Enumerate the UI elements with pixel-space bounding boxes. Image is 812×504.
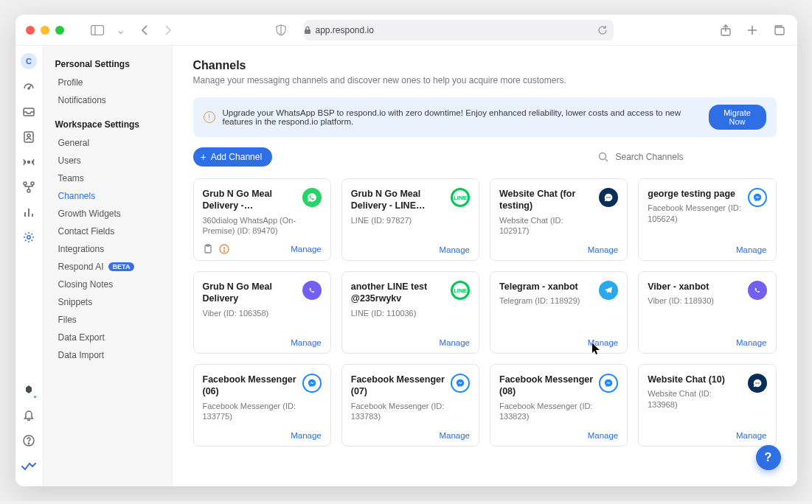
sidebar-item-respond-ai[interactable]: Respond AIBETA [46,258,172,276]
manage-link[interactable]: Manage [588,338,619,347]
sidebar-item-files[interactable]: Files [46,311,172,329]
channel-card[interactable]: Facebook Messenger (07)Facebook Messenge… [341,364,479,447]
sidebar-item-label: Integrations [58,244,105,254]
address-bar[interactable]: app.respond.io [304,20,614,41]
channel-subtitle: 360dialog WhatsApp (On-Premise) (ID: 894… [203,215,296,237]
svg-point-34 [757,382,757,383]
broadcast-icon[interactable] [21,155,36,169]
sidebar-item-users[interactable]: Users [46,152,172,169]
search-input[interactable] [614,151,777,163]
forward-button[interactable] [160,22,176,38]
manage-link[interactable]: Manage [439,338,470,347]
channel-card[interactable]: another LINE test @235rwykvLINE (ID: 110… [341,271,479,354]
channel-card[interactable]: Facebook Messenger (06)Facebook Messenge… [193,364,331,447]
channel-card[interactable]: george testing pageFacebook Messenger (I… [638,178,776,261]
sidebar-item-label: Users [58,155,81,166]
sidebar-item-data-export[interactable]: Data Export [46,329,172,346]
messenger-icon [599,374,618,393]
dashboard-icon[interactable] [21,80,36,94]
channel-subtitle: Website Chat (ID: 102917) [499,215,593,237]
channel-card[interactable]: Grub N Go Meal Delivery - 360Dialog…360d… [193,178,331,261]
privacy-shield-icon[interactable] [273,22,289,38]
manage-link[interactable]: Manage [588,245,619,254]
channel-card[interactable]: Website Chat (10)Website Chat (ID: 13396… [638,364,776,447]
new-tab-icon[interactable] [744,22,760,38]
sidebar-item-label: Teams [58,173,84,183]
manage-link[interactable]: Manage [736,245,767,254]
webchat-icon [599,188,618,207]
search-channels[interactable] [598,151,777,163]
sidebar-item-contact-fields[interactable]: Contact Fields [46,223,172,240]
svg-point-35 [758,382,759,383]
svg-point-33 [755,382,756,383]
channel-card[interactable]: Viber - xanbotViber (ID: 118930)Manage [638,271,776,354]
inbox-icon[interactable] [21,105,36,119]
channel-card[interactable]: Facebook Messenger (08)Facebook Messenge… [490,364,628,447]
contacts-icon[interactable] [21,130,36,144]
sidebar-item-channels[interactable]: Channels [46,187,172,205]
manage-link[interactable]: Manage [736,338,767,347]
sidebar-item-data-import[interactable]: Data Import [46,346,172,364]
channel-title: Telegram - xanbot [499,281,593,293]
svg-line-24 [605,159,608,161]
channel-card[interactable]: Website Chat (for testing)Website Chat (… [490,178,628,261]
manage-link[interactable]: Manage [291,431,322,440]
svg-point-32 [610,197,611,197]
svg-point-13 [28,161,30,164]
sidebar-item-notifications[interactable]: Notifications [46,91,172,109]
help-fab[interactable]: ? [756,445,781,470]
main-content: Channels Manage your messaging channels … [173,46,797,486]
sidebar-item-closing-notes[interactable]: Closing Notes [46,276,172,293]
sidebar-toggle-icon[interactable] [89,22,105,38]
settings-gear-icon[interactable] [21,230,36,245]
back-button[interactable] [136,22,153,38]
channel-subtitle: Viber (ID: 118930) [648,295,741,306]
close-window-button[interactable] [26,26,35,35]
svg-point-15 [31,182,34,185]
channel-card[interactable]: Grub N Go Meal Delivery - LINE…LINE (ID:… [341,178,479,261]
messenger-icon [748,188,767,207]
sidebar-item-growth-widgets[interactable]: Growth Widgets [46,205,172,223]
manage-link[interactable]: Manage [588,431,619,440]
reports-icon[interactable] [21,205,36,220]
sidebar-item-label: Growth Widgets [58,209,121,219]
sidebar-item-general[interactable]: General [46,134,172,152]
sidebar-item-snippets[interactable]: Snippets [46,293,172,311]
maximize-window-button[interactable] [55,26,64,35]
sidebar-item-label: Profile [58,77,83,88]
svg-rect-7 [775,27,784,35]
manage-link[interactable]: Manage [291,338,322,347]
migrate-now-button[interactable]: Migrate Now [709,105,766,130]
user-presence-icon[interactable] [21,383,36,398]
share-icon[interactable] [718,22,734,38]
app-body: C Personal Settings ProfileNotifications… [15,46,797,486]
svg-rect-0 [91,25,103,35]
line-icon: LINE [451,188,470,207]
svg-point-31 [608,197,609,197]
chevron-down-icon[interactable]: ⌄ [113,22,129,38]
messenger-icon [302,374,322,393]
manage-link[interactable]: Manage [291,245,322,253]
channel-subtitle: Facebook Messenger (ID: 133823) [499,401,593,422]
help-icon[interactable] [21,433,36,448]
workspace-avatar[interactable]: C [21,53,37,69]
sidebar-item-profile[interactable]: Profile [46,74,172,91]
channel-card[interactable]: Telegram - xanbotTelegram (ID: 118929)Ma… [490,271,628,354]
notifications-bell-icon[interactable] [21,408,36,423]
sidebar-item-teams[interactable]: Teams [46,169,172,187]
brand-logo-icon[interactable] [21,458,36,473]
manage-link[interactable]: Manage [439,245,470,254]
minimize-window-button[interactable] [41,26,49,35]
manage-link[interactable]: Manage [439,431,470,440]
tabs-overview-icon[interactable] [771,22,787,38]
toolbar: + Add Channel [193,147,777,167]
refresh-icon[interactable] [597,25,608,35]
add-channel-button[interactable]: + Add Channel [193,147,273,167]
manage-link[interactable]: Manage [736,431,767,440]
channel-card[interactable]: Grub N Go Meal DeliveryViber (ID: 106358… [193,271,331,354]
viber-icon [302,281,322,300]
channel-subtitle: Viber (ID: 106358) [203,308,296,318]
channel-title: george testing page [648,188,741,200]
sidebar-item-integrations[interactable]: Integrations [46,240,172,258]
workflows-icon[interactable] [21,180,36,195]
